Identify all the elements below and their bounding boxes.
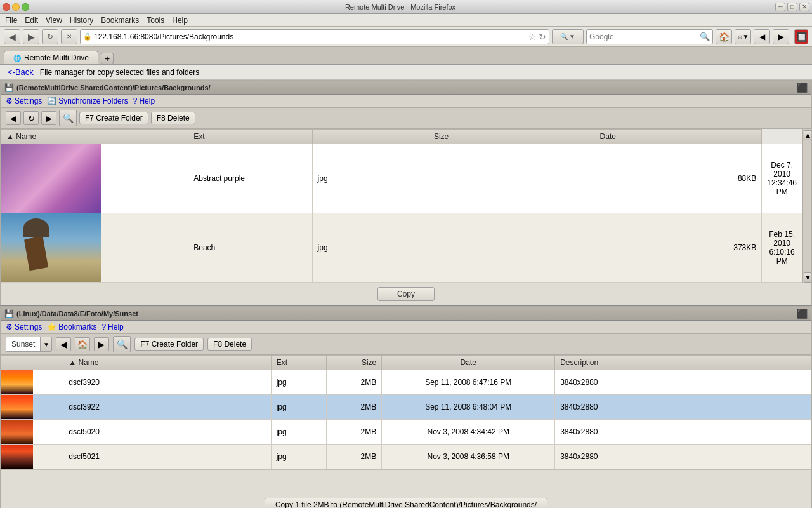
bottom-bookmarks-link[interactable]: ⭐ Bookmarks (47, 323, 96, 331)
bottom-help-link[interactable]: ? Help (102, 323, 123, 331)
bottom-file-size: 2MB (326, 444, 381, 469)
browser-tab[interactable]: 🌐 Remote Multi Drive (4, 51, 98, 64)
folder-select[interactable]: Sunset ▼ (6, 337, 52, 352)
address-bar[interactable] (94, 32, 528, 41)
bookmark-star-icon[interactable]: ☆ (528, 32, 537, 42)
bottom-col-thumb (1, 356, 63, 370)
close-window-button[interactable] (3, 3, 10, 11)
file-ext: jpg (312, 213, 454, 283)
bottom-file-table: ▲ Name Ext Size Date Descr (1, 355, 811, 469)
linux-drive-icon: 💾 (4, 309, 14, 318)
bottom-create-folder-button[interactable]: F7 Create Folder (134, 338, 204, 351)
menu-tools[interactable]: Tools (147, 16, 164, 25)
top-refresh-button[interactable]: ↻ (23, 111, 39, 125)
prev-tab-button[interactable]: ◀ (754, 29, 770, 44)
top-magnify-button[interactable]: 🔍 (59, 110, 77, 126)
home-button[interactable]: 🏠 (716, 29, 732, 44)
bottom-col-name[interactable]: ▲ Name (63, 356, 271, 370)
file-thumbnail-cell (1, 144, 188, 213)
bottom-panel-nav: Sunset ▼ ◀ 🏠 ▶ 🔍 F7 Create Folder F8 Del… (1, 334, 811, 355)
top-settings-link[interactable]: ⚙ Settings (6, 97, 42, 105)
back-button[interactable]: ◀ (4, 29, 20, 44)
scrollbar-up-arrow[interactable]: ▲ (804, 130, 811, 140)
back-link[interactable]: <-Back (8, 67, 34, 77)
top-panel-expand-button[interactable]: ⬛ (797, 83, 808, 93)
sync-icon: 🔄 (47, 97, 56, 105)
bottom-panel-expand-button[interactable]: ⬛ (797, 309, 808, 319)
file-ext: jpg (312, 144, 454, 213)
bottom-file-ext: jpg (271, 420, 326, 444)
scrollbar-track-area[interactable] (804, 140, 811, 272)
refresh-button[interactable]: ↻ (42, 29, 58, 44)
top-forward-button[interactable]: ▶ (41, 111, 56, 125)
browser-titlebar: Remote Multi Drive - Mozilla Firefox ─ □… (0, 0, 812, 14)
new-tab-button[interactable]: + (101, 53, 114, 64)
top-scrollbar[interactable]: ▲ ▼ (802, 129, 811, 283)
top-sync-link[interactable]: 🔄 Synchronize Folders (47, 97, 128, 105)
page-header-title: File manager for copy selected files and… (40, 68, 199, 77)
extension-button[interactable]: 🔲 (794, 29, 808, 44)
top-col-date[interactable]: Date (454, 130, 762, 144)
bottom-file-row[interactable]: dscf5021 jpg 2MB Nov 3, 2008 4:36:58 PM … (1, 444, 811, 469)
bottom-magnify-button[interactable]: 🔍 (113, 336, 131, 352)
menu-view[interactable]: View (46, 16, 62, 25)
menu-help[interactable]: Help (172, 16, 188, 25)
bottom-file-row[interactable]: dscf3920 jpg 2MB Sep 11, 2008 6:47:16 PM… (1, 370, 811, 395)
menu-file[interactable]: File (5, 16, 17, 25)
bottom-panel-path: (Linux)/Data/Data8/E/Foto/My/Sunset (16, 310, 138, 318)
top-col-ext[interactable]: Ext (188, 130, 312, 144)
bottom-file-name: dscf3920 (63, 370, 271, 395)
browser-close-btn[interactable]: ✕ (799, 3, 809, 11)
bottom-col-size[interactable]: Size (326, 356, 381, 370)
bottom-file-thumbnail-cell (1, 420, 63, 444)
minimize-window-button[interactable] (12, 3, 20, 11)
refresh-small-icon[interactable]: ↻ (539, 32, 546, 42)
top-file-row[interactable]: Abstract purple jpg 88KB Dec 7, 2010 12:… (1, 144, 802, 213)
bottom-forward-button[interactable]: ▶ (94, 337, 109, 351)
browser-minimize-btn[interactable]: ─ (775, 3, 785, 11)
bottom-file-date: Sep 11, 2008 6:47:16 PM (382, 370, 555, 395)
next-tab-button[interactable]: ▶ (773, 29, 789, 44)
top-delete-button[interactable]: F8 Delete (151, 112, 195, 124)
copy-button[interactable]: Copy (377, 287, 435, 301)
bottom-file-row[interactable]: dscf5020 jpg 2MB Nov 3, 2008 4:34:42 PM … (1, 420, 811, 444)
maximize-window-button[interactable] (22, 3, 29, 11)
bottom-col-date[interactable]: Date (382, 356, 555, 370)
top-help-link[interactable]: ? Help (133, 97, 155, 105)
bottom-file-row[interactable]: dscf3922 jpg 2MB Sep 11, 2008 6:48:04 PM… (1, 395, 811, 420)
menu-edit[interactable]: Edit (25, 16, 38, 25)
top-col-size[interactable]: Size (312, 130, 454, 144)
top-col-name[interactable]: ▲ Name (1, 130, 188, 144)
stop-button[interactable]: ✕ (61, 29, 77, 44)
top-back-button[interactable]: ◀ (6, 111, 21, 125)
search-provider-icon: 🔍 (560, 33, 568, 40)
bookmark-list-button[interactable]: ☆▼ (735, 29, 751, 44)
search-icon[interactable]: 🔍 (700, 32, 710, 41)
browser-restore-btn[interactable]: □ (787, 3, 797, 11)
bottom-col-ext[interactable]: Ext (271, 356, 326, 370)
bottom-delete-button[interactable]: F8 Delete (207, 338, 252, 351)
green-arrow-button[interactable]: 🔍 ▼ (552, 29, 584, 44)
bottom-home-button[interactable]: 🏠 (75, 337, 90, 351)
menu-bookmarks[interactable]: Bookmarks (101, 16, 139, 25)
menu-history[interactable]: History (70, 16, 93, 25)
bottom-back-button[interactable]: ◀ (56, 337, 71, 351)
bottom-file-description: 3840x2880 (555, 444, 811, 469)
bottom-file-thumbnail-cell (1, 370, 63, 395)
scrollbar-down-arrow[interactable]: ▼ (804, 272, 811, 283)
forward-button[interactable]: ▶ (23, 29, 39, 44)
bottom-col-desc[interactable]: Description (555, 356, 811, 370)
top-file-table-wrapper: ▲ Name Ext Size Date (1, 129, 811, 283)
bottom-settings-link[interactable]: ⚙ Settings (6, 323, 42, 331)
drive-icon: 💾 (4, 83, 14, 92)
bottom-file-size: 2MB (326, 420, 381, 444)
search-input[interactable] (589, 32, 700, 41)
folder-select-arrow[interactable]: ▼ (40, 337, 51, 351)
top-panel-path: (RemoteMultiDrive SharedContent)/Picture… (16, 84, 211, 91)
tab-title: Remote Multi Drive (24, 53, 89, 62)
bookmarks-icon: ⭐ (47, 323, 56, 331)
bottom-file-name: dscf5021 (63, 444, 271, 469)
top-create-folder-button[interactable]: F7 Create Folder (79, 112, 148, 124)
copy-status-button[interactable]: Copy 1 file 2MB to (RemoteMultiDrive Sha… (265, 498, 547, 508)
top-file-row[interactable]: Beach jpg 373KB Feb 15, 2010 6:10:16 PM (1, 213, 802, 283)
